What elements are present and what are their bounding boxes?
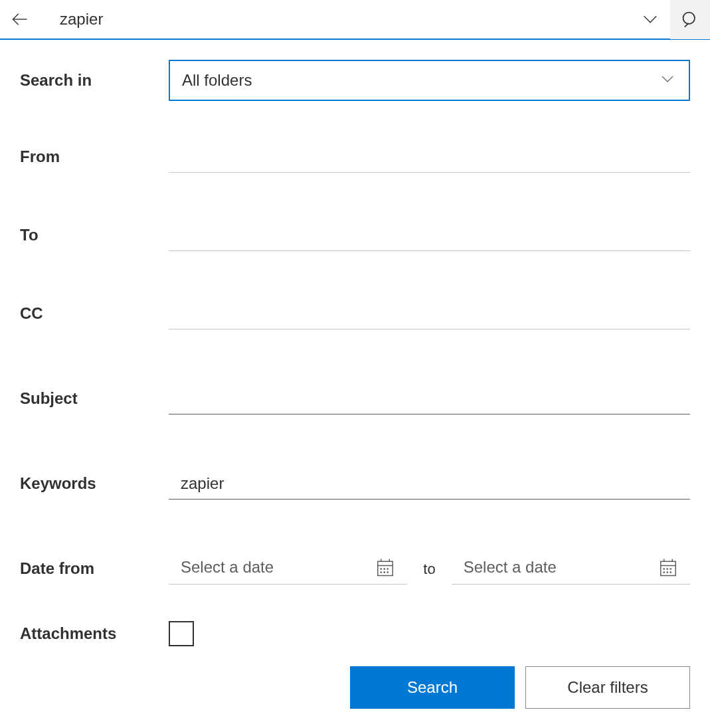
cc-input[interactable] [169, 298, 690, 329]
cc-label: CC [20, 304, 169, 323]
svg-rect-3 [378, 561, 393, 575]
to-label: To [20, 226, 169, 244]
subject-input[interactable] [169, 383, 690, 414]
svg-point-20 [664, 571, 664, 572]
search-query-input[interactable] [40, 0, 630, 39]
search-icon-button[interactable] [670, 0, 710, 39]
svg-point-22 [670, 571, 671, 572]
calendar-icon [375, 557, 395, 577]
svg-point-8 [384, 568, 385, 569]
collapse-filters-button[interactable] [630, 0, 670, 39]
date-range-separator: to [423, 561, 435, 585]
search-topbar [0, 0, 710, 40]
search-in-label: Search in [20, 71, 169, 90]
search-in-row: Search in All folders [20, 60, 690, 101]
svg-point-10 [381, 571, 381, 572]
svg-point-21 [667, 571, 667, 572]
keywords-label: Keywords [20, 474, 169, 493]
from-label: From [20, 147, 169, 166]
advanced-search-form: Search in All folders From To CC Subject… [0, 40, 710, 646]
date-from-label: Date from [20, 559, 169, 585]
keywords-row: Keywords [20, 468, 690, 500]
svg-point-9 [387, 568, 388, 569]
search-icon [681, 10, 699, 29]
from-row: From [20, 141, 690, 173]
svg-point-18 [667, 568, 667, 569]
svg-point-17 [664, 568, 664, 569]
svg-point-19 [670, 568, 671, 569]
calendar-icon [658, 557, 678, 577]
clear-filters-button[interactable]: Clear filters [525, 666, 690, 709]
date-start-input[interactable]: Select a date [169, 553, 407, 585]
search-button[interactable]: Search [350, 666, 515, 709]
svg-point-12 [387, 571, 388, 572]
attachments-label: Attachments [20, 624, 169, 643]
search-in-select[interactable]: All folders [169, 60, 690, 101]
to-input[interactable] [169, 219, 690, 251]
cc-row: CC [20, 298, 690, 329]
svg-rect-13 [661, 561, 676, 575]
date-inputs: Select a date to Select a date [169, 553, 690, 585]
date-start-placeholder: Select a date [181, 558, 375, 577]
back-button[interactable] [0, 0, 40, 39]
date-from-row: Date from Select a date to [20, 553, 690, 585]
from-input[interactable] [169, 141, 690, 173]
svg-point-11 [384, 571, 385, 572]
chevron-down-icon [660, 71, 677, 90]
attachments-row: Attachments [20, 621, 690, 646]
date-end-placeholder: Select a date [464, 558, 658, 577]
to-row: To [20, 219, 690, 251]
subject-row: Subject [20, 383, 690, 414]
button-row: Search Clear filters [0, 666, 710, 709]
subject-label: Subject [20, 389, 169, 408]
attachments-checkbox[interactable] [169, 621, 194, 646]
svg-point-7 [381, 568, 381, 569]
date-end-input[interactable]: Select a date [452, 553, 690, 585]
search-in-value: All folders [182, 71, 660, 90]
arrow-left-icon [11, 10, 29, 29]
keywords-input[interactable] [169, 468, 690, 500]
svg-point-1 [683, 13, 695, 25]
chevron-down-icon [641, 10, 660, 29]
